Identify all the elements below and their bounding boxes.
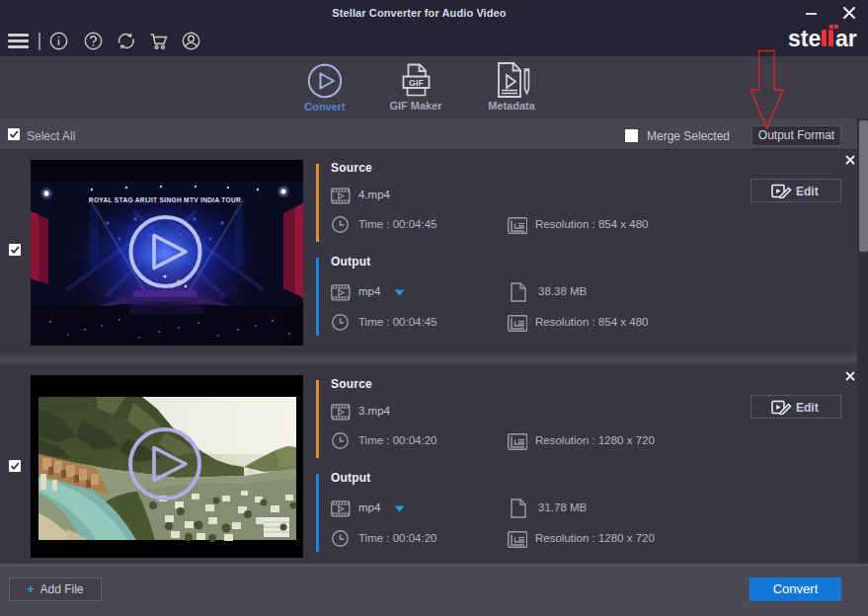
- svg-text:ROYAL STAG ARIJIT SINGH MTV IN: ROYAL STAG ARIJIT SINGH MTV INDIA TOUR: [89, 196, 241, 203]
- svg-text:GIF: GIF: [409, 78, 425, 88]
